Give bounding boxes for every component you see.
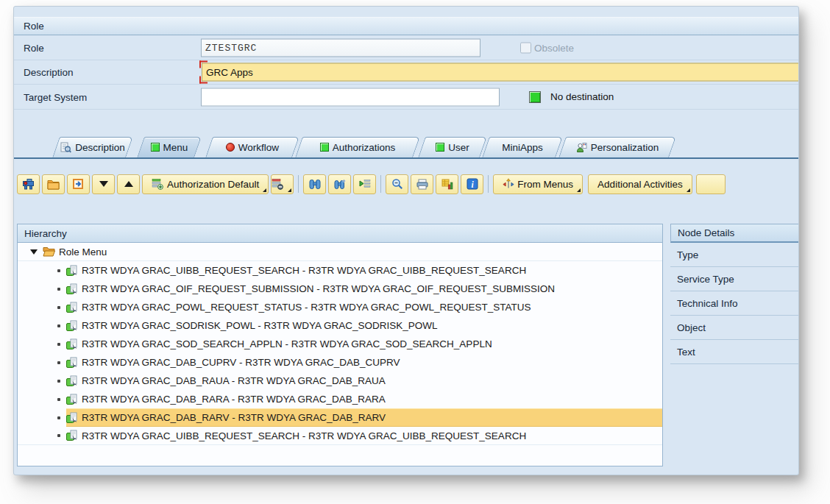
document-magnifier-icon (60, 142, 71, 153)
destination-status-group: No destination (529, 91, 614, 103)
delete-authorization-icon (272, 178, 284, 190)
green-arrow-list-icon (359, 179, 371, 189)
tree-item[interactable]: R3TR WDYA GRAC_SODRISK_POWL - R3TR WDYA … (18, 316, 662, 335)
role-value: ZTESTGRC (205, 43, 257, 54)
navigation-arrows-icon (503, 178, 514, 190)
node-details-row-label: Service Type (677, 274, 734, 285)
green-led-icon (151, 143, 160, 152)
tree-item-label: R3TR WDYA GRAC_DAB_RARV - R3TR WDYA GRAC… (82, 412, 386, 423)
down-triangle-icon (99, 181, 108, 187)
target-system-label: Target System (24, 91, 87, 102)
node-details-row-label: Object (677, 322, 706, 333)
tree-item-label: R3TR WDYA GRAC_POWL_REQUEST_STATUS - R3T… (82, 302, 531, 313)
tab-workflow[interactable]: Workflow (209, 137, 296, 157)
tab-user[interactable]: User (422, 137, 483, 157)
from-menus-button[interactable]: From Menus (493, 174, 583, 194)
collapse-triangle-icon[interactable] (30, 249, 38, 255)
tree-item[interactable]: R3TR WDYA GRAC_UIBB_REQUEST_SEARCH - R3T… (18, 427, 662, 445)
hierarchy-panel: Hierarchy Role Menu (17, 224, 663, 466)
insert-transaction-button[interactable] (17, 174, 40, 194)
bullet-icon (57, 269, 60, 272)
from-menus-label: From Menus (517, 179, 573, 190)
folder-icon (47, 179, 60, 190)
role-menu-tree: Role Menu R3TR WDYA GRAC_UIBB_REQUEST_SE… (17, 243, 663, 466)
bullet-icon (57, 398, 60, 401)
up-triangle-icon (124, 181, 133, 187)
bullet-icon (57, 288, 60, 291)
bullet-icon (57, 380, 60, 383)
tab-label: Description (75, 142, 125, 153)
description-field-label: Description (24, 67, 74, 78)
info-icon: i (467, 178, 478, 190)
statistics-icon (441, 179, 453, 190)
tree-item[interactable]: R3TR WDYA GRAC_UIBB_REQUEST_SEARCH - R3T… (18, 261, 662, 280)
node-details-row: Technical Info (670, 291, 799, 316)
webdynpro-app-icon (66, 394, 77, 405)
tab-label: Workflow (238, 142, 279, 153)
tree-item-label: R3TR WDYA GRAC_SODRISK_POWL - R3TR WDYA … (82, 320, 438, 331)
obsolete-checkbox[interactable] (520, 43, 531, 54)
node-details-header: Node Details (670, 224, 799, 243)
hierarchy-header-label: Hierarchy (24, 228, 67, 239)
delete-authorization-default-button[interactable] (271, 174, 294, 194)
role-field-label: Role (24, 43, 44, 54)
tree-item[interactable]: R3TR WDYA GRAC_POWL_REQUEST_STATUS - R3T… (18, 298, 662, 316)
move-down-button[interactable] (92, 174, 115, 194)
tab-label: Authorizations (333, 142, 396, 153)
tree-item[interactable]: R3TR WDYA GRAC_DAB_RAUA - R3TR WDYA GRAC… (18, 372, 662, 390)
bullet-icon (57, 306, 60, 309)
move-up-button[interactable] (117, 174, 140, 194)
webdynpro-app-icon (66, 430, 77, 441)
authorization-default-button[interactable]: Authorization Default (142, 174, 269, 194)
webdynpro-app-icon (66, 412, 77, 424)
bullet-icon (57, 324, 60, 327)
webdynpro-app-icon (66, 338, 77, 350)
insert-report-button[interactable] (67, 174, 90, 194)
tree-item[interactable]: R3TR WDYA GRAC_OIF_REQUEST_SUBMISSION - … (18, 280, 662, 298)
find-next-button[interactable] (328, 174, 351, 194)
tab-authorizations[interactable]: Authorizations (299, 137, 416, 157)
bullet-icon (57, 416, 60, 419)
tree-item-label: R3TR WDYA GRAC_DAB_RAUA - R3TR WDYA GRAC… (82, 375, 386, 386)
tree-item-label: R3TR WDYA GRAC_DAB_RARA - R3TR WDYA GRAC… (82, 394, 386, 405)
tab-personalization[interactable]: Personalization (562, 137, 673, 157)
node-details-panel: Node Details Type Service Type Technical… (670, 224, 799, 364)
tab-label: Menu (163, 142, 188, 153)
red-led-icon (226, 143, 235, 152)
tab-description[interactable]: Description (56, 137, 130, 157)
role-input[interactable]: ZTESTGRC (201, 39, 480, 57)
description-input[interactable]: GRC Apps (202, 63, 798, 82)
node-details-header-label: Node Details (678, 227, 734, 238)
tab-menu[interactable]: Menu (141, 137, 198, 157)
description-field-row: Description GRC Apps (14, 60, 798, 85)
authorization-default-icon (152, 178, 164, 190)
tab-miniapps[interactable]: MiniApps (486, 137, 559, 157)
target-system-input[interactable] (201, 88, 500, 106)
info-button[interactable]: i (461, 174, 483, 194)
application-toolbar: Authorization Default (17, 173, 798, 195)
find-button[interactable] (303, 174, 326, 194)
insert-item-button[interactable] (353, 174, 376, 194)
webdynpro-app-icon (66, 375, 77, 387)
node-details-row: Type (670, 243, 799, 267)
create-folder-button[interactable] (42, 174, 65, 194)
toolbar-separator (380, 175, 381, 193)
obsolete-checkbox-group: Obsolete (520, 43, 574, 54)
clipped-toolbar-button[interactable] (696, 174, 726, 194)
tree-items: R3TR WDYA GRAC_UIBB_REQUEST_SEARCH - R3T… (18, 261, 662, 445)
statistics-button[interactable] (436, 174, 458, 194)
tree-item[interactable]: R3TR WDYA GRAC_SOD_SEARCH_APPLN - R3TR W… (18, 335, 662, 353)
additional-activities-button[interactable]: Additional Activities (588, 174, 692, 194)
print-button[interactable] (411, 174, 433, 194)
obsolete-label: Obsolete (534, 43, 574, 54)
tree-root-role-menu[interactable]: Role Menu (18, 243, 662, 261)
section-title-bar: Role (14, 17, 798, 35)
tree-item[interactable]: R3TR WDYA GRAC_DAB_RARV - R3TR WDYA GRAC… (18, 408, 662, 427)
tree-item[interactable]: R3TR WDYA GRAC_DAB_CUPRV - R3TR WDYA GRA… (18, 353, 662, 372)
bullet-icon (57, 343, 60, 346)
tree-item[interactable]: R3TR WDYA GRAC_DAB_RARA - R3TR WDYA GRAC… (18, 390, 662, 408)
transaction-icon (22, 178, 35, 191)
node-details-row-label: Text (677, 347, 695, 358)
zoom-button[interactable] (386, 174, 408, 194)
tree-item-label: R3TR WDYA GRAC_SOD_SEARCH_APPLN - R3TR W… (82, 338, 492, 349)
